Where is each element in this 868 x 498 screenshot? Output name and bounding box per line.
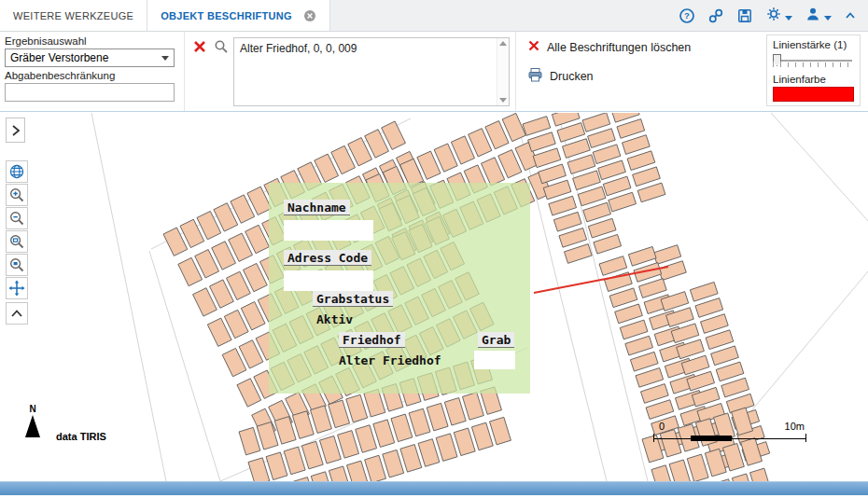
label-editor-overlay: Nachname Adress Code Grabstatus Aktiv Fr… [269,183,530,394]
slider-ticks [773,62,852,67]
print-label: Drucken [550,70,594,83]
nachname-input[interactable] [284,220,373,241]
collapse-panel-icon[interactable] [844,9,857,22]
map-area: Nachname Adress Code Grabstatus Aktiv Fr… [0,113,868,481]
slider-track [773,60,852,62]
zoom-selection-icon [8,256,25,273]
zoom-rectangle-button[interactable] [6,230,28,253]
line-width-label: Linienstärke (1) [773,39,854,50]
line-width-slider[interactable] [773,53,854,72]
tab-label: OBJEKT BESCHRIFTUNG [161,10,292,21]
print-button[interactable]: Drucken [527,67,759,85]
search-panel: Alter Friedhof, 0, 0, 009 [185,32,516,111]
save-icon[interactable] [736,7,753,24]
svg-text:?: ? [684,10,690,21]
friedhof-label: Friedhof [339,332,405,348]
chevron-up-icon [10,309,23,318]
status-bar [0,481,868,495]
restriction-label: Abgabenbeschränkung [5,70,178,81]
line-color-label: Linienfarbe [773,74,854,85]
nachname-label: Nachname [284,200,350,215]
pan-arrows-icon [8,280,25,297]
globe-icon [8,163,25,180]
line-style-panel: Linienstärke (1) Linienfarbe [766,35,861,106]
zoom-in-button[interactable] [6,184,28,206]
search-result-item[interactable]: Alter Friedhof, 0, 0, 009 [234,38,497,105]
user-menu[interactable] [805,6,832,26]
line-color-swatch[interactable] [773,87,854,102]
app-window: WEITERE WERKZEUGE OBJEKT BESCHRIFTUNG ? [0,0,868,498]
expand-sidebar-button[interactable] [6,118,25,143]
result-select[interactable]: Gräber Verstorbene [5,48,175,67]
grab-input[interactable] [474,351,515,369]
grabstatus-label: Grabstatus [313,291,393,307]
north-arrow: N [24,404,41,437]
delete-all-labels-label: Alle Beschriftungen löschen [547,41,691,54]
north-arrow-icon [25,415,40,437]
scroll-down-icon[interactable] [499,98,507,103]
scale-start-label: 0 [659,421,665,432]
chevron-right-icon [10,124,21,137]
map-tools-toolbar [6,160,28,299]
grab-label: Grab [478,332,514,348]
chevron-down-icon [161,56,169,61]
zoom-in-icon [8,187,25,203]
collapse-map-tools-button[interactable] [6,302,28,325]
settings-menu[interactable] [765,6,792,26]
user-icon [805,6,821,26]
tab-label: WEITERE WERKZEUGE [13,10,133,21]
link-icon[interactable] [707,7,724,24]
map-attribution: data TIRIS [56,431,106,442]
zoom-out-icon [8,210,25,227]
header-icons: ? [679,0,868,31]
pan-button[interactable] [6,277,28,299]
search-results-scrollbar[interactable] [497,38,509,105]
scale-end-label: 10m [785,421,805,432]
help-icon[interactable]: ? [679,7,695,24]
tab-objekt-beschriftung[interactable]: OBJEKT BESCHRIFTUNG [147,0,330,31]
result-select-label: Ergebnisauswahl [5,35,178,47]
search-results-box[interactable]: Alter Friedhof, 0, 0, 009 [233,37,510,106]
tab-bar: WEITERE WERKZEUGE OBJEKT BESCHRIFTUNG ? [0,0,868,32]
north-label: N [24,404,41,414]
friedhof-value: Alter Friedhof [339,353,441,367]
globe-button[interactable] [6,160,28,183]
delete-icon [527,39,540,55]
clear-search-button[interactable] [190,37,209,56]
object-labeling-toolbar: Ergebnisauswahl Gräber Verstorbene Abgab… [0,32,868,112]
result-selection-panel: Ergebnisauswahl Gräber Verstorbene Abgab… [0,32,185,111]
scale-bar-graphic [653,434,806,443]
zoom-rectangle-icon [8,233,25,250]
zoom-selection-button[interactable] [6,254,28,276]
grabstatus-value: Aktiv [316,312,353,326]
label-actions-panel: Alle Beschriftungen löschen Drucken [516,32,766,111]
tab-weitere-werkzeuge[interactable]: WEITERE WERKZEUGE [0,0,147,31]
close-tab-icon[interactable] [303,9,316,22]
chevron-down-icon [824,7,832,24]
printer-icon [527,67,543,85]
delete-all-labels-button[interactable]: Alle Beschriftungen löschen [527,39,759,55]
zoom-out-button[interactable] [6,207,28,229]
chevron-down-icon [785,7,792,24]
scale-bar: 0 10m [653,421,806,443]
gear-icon [765,6,782,26]
restriction-input[interactable] [5,83,175,102]
adress-code-input[interactable] [284,270,373,291]
search-button[interactable] [212,37,231,56]
adress-code-label: Adress Code [284,250,371,266]
result-select-value: Gräber Verstorbene [10,51,108,64]
scroll-up-icon[interactable] [499,41,507,46]
